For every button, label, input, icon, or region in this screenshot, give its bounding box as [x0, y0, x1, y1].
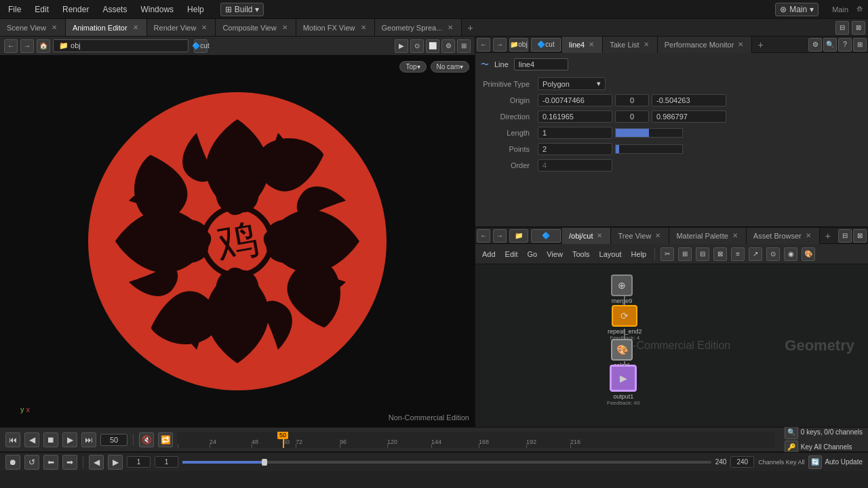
- props-search-btn[interactable]: 🔍: [823, 38, 837, 52]
- props-info-btn[interactable]: ⊞: [853, 38, 867, 52]
- skip-fwd-btn[interactable]: ⏭: [81, 432, 96, 447]
- node-layout-btn-2[interactable]: ⊠: [853, 229, 867, 243]
- menu-edit[interactable]: Edit: [32, 3, 52, 16]
- direction-x[interactable]: 0.161965: [538, 110, 612, 123]
- bb-record-btn[interactable]: ⏺: [5, 455, 20, 470]
- node-tool-6[interactable]: ↗: [749, 247, 762, 261]
- skip-back-btn[interactable]: ⏮: [5, 432, 20, 447]
- props-tab-take-list-close[interactable]: ✕: [642, 41, 650, 48]
- origin-z[interactable]: -0.504263: [652, 94, 726, 106]
- node-tool-5[interactable]: ≡: [731, 247, 745, 261]
- bb-loop-btn[interactable]: ↺: [24, 455, 39, 470]
- cam-btn[interactable]: No cam▾: [431, 61, 469, 73]
- node-tab-material-palette-close[interactable]: ✕: [731, 232, 739, 239]
- circle-icon-btn[interactable]: ⊙: [410, 39, 424, 53]
- tab-geometry-spread-close[interactable]: ✕: [446, 24, 454, 31]
- props-help-btn[interactable]: ?: [838, 38, 852, 52]
- prop-name-input[interactable]: [514, 58, 568, 70]
- tab-composite-view-close[interactable]: ✕: [281, 24, 289, 31]
- camera-icon-btn[interactable]: ▶: [395, 39, 408, 53]
- tab-render-view[interactable]: Render View ✕: [147, 19, 216, 37]
- order-value[interactable]: 4: [538, 159, 612, 171]
- tab-animation-editor-close[interactable]: ✕: [132, 24, 140, 31]
- node-tab-asset-browser-close[interactable]: ✕: [804, 232, 812, 239]
- origin-y[interactable]: 0: [615, 94, 649, 106]
- channel-search-btn[interactable]: 🔍: [785, 426, 798, 439]
- mute-btn[interactable]: 🔇: [139, 432, 154, 447]
- settings-icon-btn[interactable]: ⚙: [441, 39, 455, 53]
- node-menu-go[interactable]: Go: [525, 249, 540, 260]
- node-layout-btn-1[interactable]: ⊟: [838, 229, 852, 243]
- bb-prev-key-btn[interactable]: ⬅: [43, 455, 58, 470]
- node-tab-tree-view[interactable]: Tree View ✕: [611, 228, 669, 244]
- node-output1[interactable]: ▶ output1 Feedback: #0: [607, 365, 639, 406]
- nav-back-btn[interactable]: ←: [4, 39, 18, 53]
- tab-motion-fx-close[interactable]: ✕: [359, 24, 368, 31]
- nav-fwd-btn[interactable]: →: [20, 39, 34, 53]
- play-btn[interactable]: ▶: [62, 432, 77, 447]
- bb-start-frame[interactable]: [127, 456, 151, 468]
- node-tab-obj-cut[interactable]: /obj/cut ✕: [562, 228, 611, 244]
- props-tab-line4[interactable]: line4 ✕: [562, 37, 603, 53]
- menu-windows[interactable]: Windows: [138, 3, 176, 16]
- node-repeat-end2[interactable]: ⟳ repeat_end2 Feedback: 4: [608, 305, 642, 341]
- menu-file[interactable]: File: [5, 3, 24, 16]
- length-slider[interactable]: [615, 128, 683, 138]
- tab-motion-fx[interactable]: Motion FX View ✕: [296, 19, 375, 37]
- node-tool-8[interactable]: ◉: [784, 247, 797, 261]
- origin-x[interactable]: -0.00747466: [538, 94, 612, 106]
- node-tab-asset-browser[interactable]: Asset Browser ✕: [747, 228, 820, 244]
- props-tab-add[interactable]: +: [752, 39, 768, 50]
- node-menu-tools[interactable]: Tools: [570, 249, 593, 260]
- menu-assets[interactable]: Assets: [100, 3, 130, 16]
- node-tab-add[interactable]: +: [820, 230, 836, 241]
- props-settings-btn[interactable]: ⚙: [808, 38, 822, 52]
- node-back-btn[interactable]: ←: [477, 229, 490, 243]
- node-tool-7[interactable]: ⊙: [766, 247, 780, 261]
- main-selector[interactable]: ⊛ Main ▾: [775, 3, 818, 16]
- node-tab-obj-cut-close[interactable]: ✕: [595, 232, 604, 239]
- node-tool-1[interactable]: ✂: [660, 247, 674, 261]
- layout-btn-2[interactable]: ⊠: [852, 21, 865, 35]
- node-tool-9[interactable]: 🎨: [802, 247, 815, 261]
- points-slider[interactable]: [615, 144, 683, 154]
- primitive-type-selector[interactable]: Polygon ▾: [538, 77, 606, 90]
- stop-btn[interactable]: ⏹: [43, 432, 58, 447]
- step-back-btn[interactable]: ◀: [24, 432, 39, 447]
- props-fwd-btn[interactable]: →: [493, 38, 507, 52]
- top-btn[interactable]: Top▾: [399, 61, 426, 73]
- cube-icon-btn[interactable]: ⬜: [426, 39, 439, 53]
- props-tab-perf-monitor-close[interactable]: ✕: [736, 41, 745, 48]
- node-merge9[interactable]: ⊕ merge9: [611, 274, 633, 304]
- tab-geometry-spread[interactable]: Geometry Sprea... ✕: [375, 19, 462, 37]
- tab-scene-view[interactable]: Scene View ✕: [0, 19, 66, 37]
- auto-update-btn[interactable]: 🔄: [808, 455, 822, 469]
- node-menu-add[interactable]: Add: [479, 249, 498, 260]
- bb-range-slider[interactable]: [182, 461, 711, 464]
- bb-next-key-btn[interactable]: ➡: [62, 455, 77, 470]
- node-menu-view[interactable]: View: [544, 249, 566, 260]
- props-tab-line4-close[interactable]: ✕: [587, 41, 595, 48]
- bb-end-frame-2[interactable]: [730, 456, 754, 468]
- direction-z[interactable]: 0.986797: [652, 110, 726, 123]
- props-tab-take-list[interactable]: Take List ✕: [603, 37, 657, 53]
- props-tab-perf-monitor[interactable]: Performance Monitor ✕: [658, 37, 753, 53]
- grid-icon-btn[interactable]: ⊞: [457, 39, 471, 53]
- bb-prev-btn[interactable]: ◀: [89, 455, 104, 470]
- bb-next-btn[interactable]: ▶: [108, 455, 123, 470]
- tab-animation-editor[interactable]: Animation Editor ✕: [66, 19, 147, 37]
- tab-render-view-close[interactable]: ✕: [200, 24, 208, 31]
- node-menu-edit[interactable]: Edit: [502, 249, 521, 260]
- layout-btn-1[interactable]: ⊟: [835, 21, 849, 35]
- menu-help[interactable]: Help: [184, 3, 207, 16]
- points-value[interactable]: 2: [538, 143, 612, 155]
- node-tab-tree-view-close[interactable]: ✕: [654, 232, 662, 239]
- timeline-ruler[interactable]: 24 48 50 72 96 120 144 168 192 216: [177, 432, 775, 448]
- node-canvas[interactable]: Non-Commercial Edition Geometry ⊕ merge9…: [475, 264, 868, 427]
- tab-composite-view[interactable]: Composite View ✕: [216, 19, 296, 37]
- direction-y[interactable]: 0: [615, 110, 649, 123]
- tab-scene-view-close[interactable]: ✕: [50, 24, 58, 31]
- length-value[interactable]: 1: [538, 127, 612, 139]
- node-tool-3[interactable]: ⊟: [696, 247, 709, 261]
- frame-input[interactable]: [100, 434, 127, 446]
